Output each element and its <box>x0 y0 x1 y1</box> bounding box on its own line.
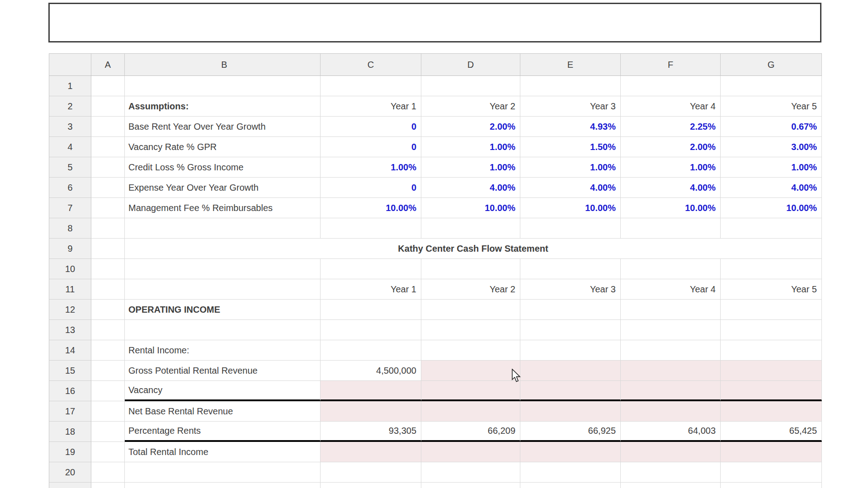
cell[interactable] <box>91 218 125 239</box>
cell[interactable] <box>321 320 421 340</box>
cell-f7[interactable]: 10.00% <box>621 198 721 218</box>
col-header-e[interactable]: E <box>520 54 621 76</box>
formula-entry-box[interactable] <box>48 3 821 42</box>
cell[interactable] <box>91 157 125 178</box>
cell-c17[interactable] <box>321 401 421 422</box>
cell[interactable] <box>421 320 520 340</box>
cell-d18[interactable]: 66,209 <box>421 422 520 442</box>
row-header[interactable]: 12 <box>49 300 91 320</box>
col-header-a[interactable]: A <box>91 54 125 76</box>
cell[interactable] <box>520 218 621 239</box>
cell-b19[interactable]: Total Rental Income <box>125 442 321 462</box>
cell[interactable] <box>520 462 621 483</box>
corner-select-all-cell[interactable] <box>49 54 91 76</box>
row-header[interactable]: 10 <box>49 259 91 279</box>
row-header[interactable]: 3 <box>49 117 91 137</box>
cell[interactable] <box>421 76 520 96</box>
cell-g18[interactable]: 65,425 <box>721 422 822 442</box>
cell-c6[interactable]: 0 <box>321 178 421 198</box>
cell-d7[interactable]: 10.00% <box>421 198 520 218</box>
cell-d16[interactable] <box>421 381 520 401</box>
cell-c18[interactable]: 93,305 <box>321 422 421 442</box>
cell[interactable] <box>91 401 125 422</box>
cell[interactable] <box>621 340 721 361</box>
row-header[interactable]: 15 <box>49 361 91 381</box>
cell-e7[interactable]: 10.00% <box>520 198 621 218</box>
cell[interactable] <box>91 422 125 442</box>
cell-f19[interactable] <box>621 442 721 462</box>
row-header[interactable]: 6 <box>49 178 91 198</box>
cell[interactable] <box>91 178 125 198</box>
col-header-b[interactable]: B <box>125 54 321 76</box>
cell-e6[interactable]: 4.00% <box>520 178 621 198</box>
cell[interactable] <box>321 259 421 279</box>
cell-e4[interactable]: 1.50% <box>520 137 621 157</box>
cell[interactable] <box>91 137 125 157</box>
cell[interactable] <box>321 462 421 483</box>
cell-f11[interactable]: Year 4 <box>621 279 721 300</box>
row-header[interactable]: 19 <box>49 442 91 462</box>
cell[interactable] <box>621 76 721 96</box>
cell[interactable] <box>125 76 321 96</box>
cell-d2[interactable]: Year 2 <box>421 96 520 117</box>
row-header[interactable]: 16 <box>49 381 91 401</box>
cell[interactable] <box>91 198 125 218</box>
cell[interactable] <box>91 300 125 320</box>
cell-b15[interactable]: Gross Potential Rental Revenue <box>125 361 321 381</box>
cell[interactable] <box>321 300 421 320</box>
cell-c4[interactable]: 0 <box>321 137 421 157</box>
cell-e11[interactable]: Year 3 <box>520 279 621 300</box>
cell[interactable] <box>421 462 520 483</box>
cell-g3[interactable]: 0.67% <box>721 117 822 137</box>
cell[interactable] <box>125 320 321 340</box>
row-header[interactable]: 17 <box>49 401 91 422</box>
cell[interactable] <box>421 218 520 239</box>
cell-c19[interactable] <box>321 442 421 462</box>
row-header[interactable]: 20 <box>49 462 91 483</box>
cell[interactable] <box>421 259 520 279</box>
col-header-d[interactable]: D <box>421 54 520 76</box>
cell[interactable] <box>721 300 822 320</box>
cell-d15[interactable] <box>421 361 520 381</box>
cell[interactable] <box>91 361 125 381</box>
cell-e15[interactable] <box>520 361 621 381</box>
cell-e18[interactable]: 66,925 <box>520 422 621 442</box>
row-header[interactable]: 5 <box>49 157 91 178</box>
cell-e19[interactable] <box>520 442 621 462</box>
cell-g7[interactable]: 10.00% <box>721 198 822 218</box>
cell-d3[interactable]: 2.00% <box>421 117 520 137</box>
row-header[interactable]: 14 <box>49 340 91 361</box>
cell-b14[interactable]: Rental Income: <box>125 340 321 361</box>
cell-b16[interactable]: Vacancy <box>125 381 321 401</box>
cell[interactable] <box>421 340 520 361</box>
cell-g5[interactable]: 1.00% <box>721 157 822 178</box>
cell[interactable] <box>421 483 520 488</box>
cell-e2[interactable]: Year 3 <box>520 96 621 117</box>
cell-g6[interactable]: 4.00% <box>721 178 822 198</box>
cell-d17[interactable] <box>421 401 520 422</box>
cell-title-b9[interactable]: Kathy Center Cash Flow Statement <box>125 239 822 259</box>
cell-f5[interactable]: 1.00% <box>621 157 721 178</box>
cell[interactable] <box>91 279 125 300</box>
cell-f15[interactable] <box>621 361 721 381</box>
cell[interactable] <box>91 76 125 96</box>
cell-d11[interactable]: Year 2 <box>421 279 520 300</box>
cell-f6[interactable]: 4.00% <box>621 178 721 198</box>
cell[interactable] <box>91 381 125 401</box>
cell[interactable] <box>91 259 125 279</box>
cell-b7[interactable]: Management Fee % Reimbursables <box>125 198 321 218</box>
cell[interactable] <box>91 483 125 488</box>
row-header[interactable]: 18 <box>49 422 91 442</box>
cell-g15[interactable] <box>721 361 822 381</box>
cell[interactable] <box>721 76 822 96</box>
cell[interactable] <box>91 239 125 259</box>
cell-b12[interactable]: OPERATING INCOME <box>125 300 321 320</box>
cell[interactable] <box>721 259 822 279</box>
cell-e3[interactable]: 4.93% <box>520 117 621 137</box>
cell[interactable] <box>321 76 421 96</box>
cell[interactable] <box>520 259 621 279</box>
cell-d4[interactable]: 1.00% <box>421 137 520 157</box>
row-header[interactable]: 11 <box>49 279 91 300</box>
cell-c15[interactable]: 4,500,000 <box>321 361 421 381</box>
row-header[interactable]: 9 <box>49 239 91 259</box>
